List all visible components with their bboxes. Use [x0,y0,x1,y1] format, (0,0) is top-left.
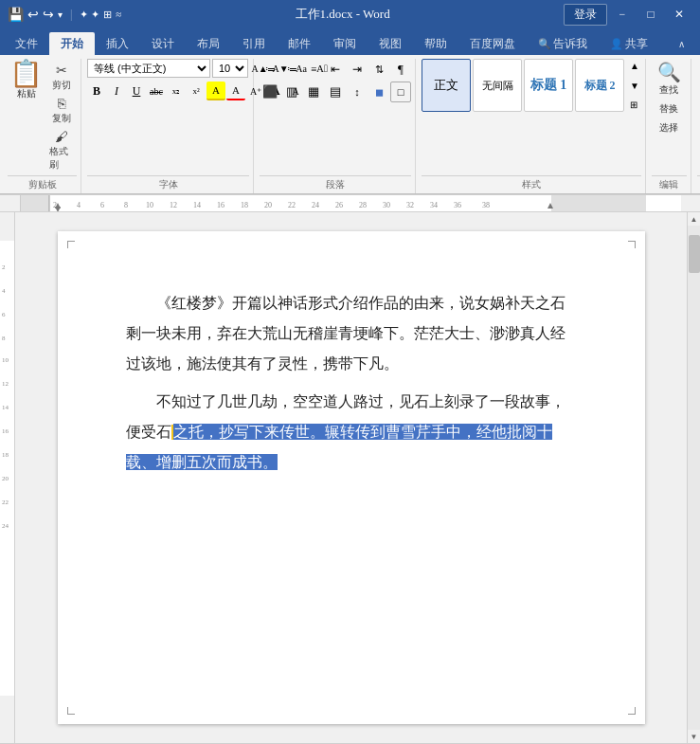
scroll-up-button[interactable]: ▲ [688,212,701,226]
ruler: 2 4 6 8 10 12 14 16 18 20 22 24 26 28 30… [0,195,700,212]
undo-icon[interactable]: ↩ [27,7,39,23]
paragraph-controls: ≔ ≔ ≡ ⇤ ⇥ ⇅ ¶ ⬛ ▥ ▦ ▤ ↕ ◼ □ [260,59,411,173]
collapse-ribbon-button[interactable]: ∧ [667,32,696,55]
bullets-button[interactable]: ≔ [260,59,280,80]
numbering-button[interactable]: ≔ [281,59,302,80]
svg-text:26: 26 [335,201,343,209]
superscript-button[interactable]: x² [187,82,206,100]
clipboard-secondary: ✂ 剪切 ⎘ 复制 🖌 格式刷 [46,59,77,173]
font-size-select[interactable]: 10.5 [212,59,248,78]
style-normal[interactable]: 正文 [422,59,471,112]
increase-indent-button[interactable]: ⇥ [347,59,368,80]
multilevel-button[interactable]: ≡ [303,59,324,80]
tab-help[interactable]: 帮助 [413,32,458,55]
style-scroll-down[interactable]: ▼ [628,79,641,93]
copy-button[interactable]: ⎘ 复制 [46,95,77,127]
format-painter-label: 格式刷 [49,145,74,172]
align-center-button[interactable]: ▥ [281,82,302,102]
font-color-button[interactable]: A [226,82,245,100]
style-more[interactable]: ⊞ [628,98,641,112]
underline-button[interactable]: U [127,82,146,100]
show-hide-button[interactable]: ¶ [390,59,411,80]
tab-baidu[interactable]: 百度网盘 [458,32,527,55]
tab-tell-me[interactable]: 🔍 告诉我 [527,32,599,55]
strikethrough-button[interactable]: abc [147,82,166,100]
corner-mark-bl [67,707,75,715]
replace-button[interactable]: 替换 [654,100,684,118]
paragraph-2[interactable]: 不知过了几世几劫，空空道人路过，见石上刻录了一段故事，便受石之托，抄写下来传世。… [126,387,577,478]
format-painter-button[interactable]: 🖌 格式刷 [46,128,77,173]
cut-button[interactable]: ✂ 剪切 [46,61,77,94]
align-left-button[interactable]: ⬛ [260,82,280,102]
tab-layout[interactable]: 布局 [186,32,231,55]
tab-insert[interactable]: 插入 [95,32,140,55]
font-controls: 等线 (中文正文) 10.5 A▲ A▼ Aa A⃝ B I U abc x₂ [87,59,249,173]
editing-group-label: 编辑 [652,175,687,191]
tab-home[interactable]: 开始 [49,32,95,55]
customize-icon[interactable]: ▾ [58,9,63,20]
paste-button[interactable]: 📋 粘贴 [8,59,45,102]
border-button[interactable]: □ [390,82,411,102]
font-group-label: 字体 [87,175,249,191]
svg-text:10: 10 [2,356,9,364]
tab-share[interactable]: 👤 共享 [599,32,659,55]
justify-button[interactable]: ▤ [325,82,346,102]
style-no-space[interactable]: 无间隔 [473,59,522,112]
tab-design[interactable]: 设计 [140,32,186,55]
svg-text:20: 20 [2,475,9,482]
scroll-down-button[interactable]: ▼ [688,730,701,743]
tab-review[interactable]: 审阅 [322,32,368,55]
style-group-label: 样式 [422,175,641,191]
tab-file[interactable]: 文件 [4,32,49,55]
line-spacing-button[interactable]: ↕ [347,82,368,102]
select-button[interactable]: 选择 [654,119,684,136]
svg-text:4: 4 [77,201,81,209]
ruler-right [681,195,700,211]
paragraph-row2: ⬛ ▥ ▦ ▤ ↕ ◼ □ [260,82,411,102]
close-button[interactable]: ✕ [666,4,692,25]
bold-button[interactable]: B [87,82,106,100]
copy-label: 复制 [52,112,71,125]
style-group: 正文 无间隔 标题 1 标题 2 ▲ ▼ ⊞ [418,59,646,193]
scroll-track [688,226,701,730]
ruler-scale: 2 4 6 8 10 12 14 16 18 20 22 24 26 28 30… [21,195,681,211]
restore-button[interactable]: □ [637,4,664,25]
decrease-indent-button[interactable]: ⇤ [325,59,346,80]
right-scrollbar: ▲ ▼ [687,212,700,743]
subscript-button[interactable]: x₂ [167,82,186,100]
login-button[interactable]: 登录 [564,4,607,26]
svg-text:10: 10 [146,201,153,209]
minimize-button[interactable]: − [609,4,636,25]
style-heading2[interactable]: 标题 2 [575,59,624,112]
align-right-button[interactable]: ▦ [303,82,324,102]
corner-mark-tl [67,241,75,248]
paragraph-group-label: 段落 [260,175,411,191]
tab-mailings[interactable]: 邮件 [277,32,322,55]
svg-text:14: 14 [193,201,201,209]
italic-button[interactable]: I [107,82,126,100]
svg-text:4: 4 [2,287,6,295]
paragraph-1[interactable]: 《红楼梦》开篇以神话形式介绍作品的由来，说女娲补天之石剩一块未用，弃在大荒山无稽… [126,288,577,379]
svg-text:22: 22 [2,499,9,506]
svg-text:8: 8 [124,201,128,209]
font-name-select[interactable]: 等线 (中文正文) [87,59,210,78]
tab-references[interactable]: 引用 [231,32,277,55]
redo-icon[interactable]: ↪ [43,7,54,23]
style-heading1[interactable]: 标题 1 [524,59,573,112]
tab-view[interactable]: 视图 [368,32,413,55]
svg-text:12: 12 [2,380,9,388]
text-highlight-button[interactable]: A [206,82,225,100]
style-items: 正文 无间隔 标题 1 标题 2 [422,59,624,112]
shading-button[interactable]: ◼ [368,82,389,102]
svg-text:20: 20 [264,201,272,209]
style-scroll-up[interactable]: ▲ [628,59,641,73]
scroll-thumb[interactable] [689,235,700,273]
ribbon-tab-bar: 文件 开始 插入 设计 布局 引用 邮件 审阅 视图 帮助 百度网盘 🔍 告诉我… [0,28,700,55]
svg-text:12: 12 [170,201,177,209]
sort-button[interactable]: ⇅ [368,59,389,80]
save-icon[interactable]: 💾 [8,7,24,23]
svg-text:6: 6 [2,311,6,318]
document-scroll-area[interactable]: 《红楼梦》开篇以神话形式介绍作品的由来，说女娲补天之石剩一块未用，弃在大荒山无稽… [15,212,687,743]
window-title: 工作1.docx - Word [121,6,564,23]
find-button[interactable]: 🔍 查找 [652,59,687,99]
